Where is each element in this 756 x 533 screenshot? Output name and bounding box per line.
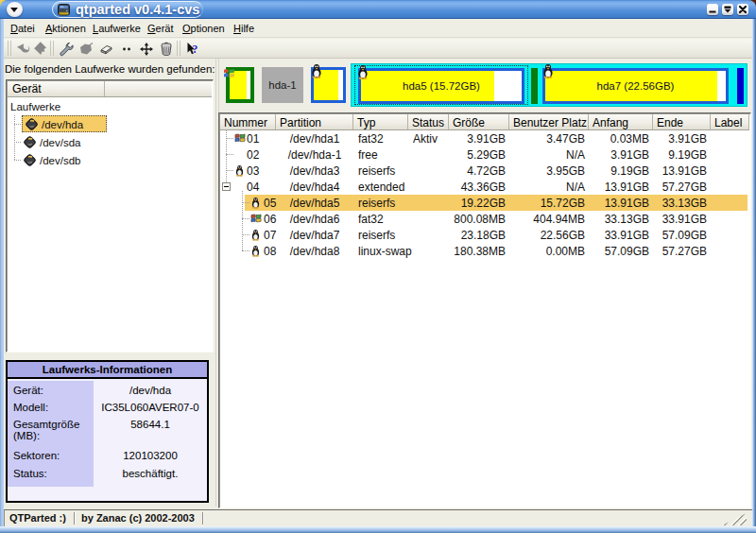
info-label: Modell: [8,400,94,413]
table-row-cells: 01 /dev/hda1 fat32 Aktiv 3.91GB 3.47GB 0… [220,130,749,146]
col-groesse[interactable]: Größe [449,114,509,129]
tree-item-content: Laufwerke [8,97,60,115]
table-row[interactable]: 04 /dev/hda4 extended 43.36GB N/A 13.91G… [220,179,749,195]
whats-this-button[interactable]: ? [183,40,201,58]
table-row[interactable]: 06 /dev/hda6 fat32 800.08MB 404.94MB 33.… [220,211,749,227]
col-benutzer-platz[interactable]: Benutzer Platz [509,114,589,129]
free-space-strip [247,71,250,99]
title-pill: qtparted v0.4.1-cvs [52,1,203,18]
partition-box-free[interactable]: hda-1 [262,67,303,103]
col-ende[interactable]: Ende [653,114,711,129]
close-icon [737,4,748,15]
menu-laufwerke[interactable]: Laufwerke [93,23,141,34]
cell-ende: 13.91GB [653,163,711,179]
table-row[interactable]: 03 /dev/hda3 reiserfs 4.72GB 3.95GB 9.19… [220,163,749,179]
cell-benutzer: 22.56GB [509,227,589,243]
col-nummer[interactable]: Nummer [220,114,276,129]
info-label: Gesamtgröße (MB): [8,417,94,441]
menu-hilfe[interactable]: Hilfe [233,23,254,34]
table-row[interactable]: 07 /dev/hda7 reiserfs 23.18GB 22.56GB 33… [220,227,749,243]
menu-datei[interactable]: Datei [10,23,35,34]
partition-label: hda7 (22.56GB) [545,80,726,92]
maximize-button[interactable] [722,4,733,15]
partition-box-hda7[interactable]: hda7 (22.56GB) [542,68,729,104]
cell-groesse: 4.72GB [449,163,509,179]
tux-icon [310,63,323,78]
table-tree-branch-line [226,138,233,139]
cell-benutzer: 3.95GB [509,163,589,179]
partition-label: hda-1 [268,79,296,91]
move-button[interactable] [137,40,155,58]
tux-icon [250,197,261,209]
property-button[interactable] [57,40,75,58]
cell-status [408,163,449,179]
cell-nummer: 07 [264,229,276,242]
cell-typ: reiserfs [353,163,408,179]
col-partition[interactable]: Partition [276,114,353,129]
info-value: 120103200 [94,448,207,461]
menu-label-rest: erät [156,23,174,34]
resize-button[interactable] [117,40,135,58]
cell-partition: /dev/hda1 [276,130,353,146]
col-anfang[interactable]: Anfang [589,114,653,129]
table-row-cells: 04 /dev/hda4 extended 43.36GB N/A 13.91G… [220,179,749,195]
cell-status [408,146,449,163]
toolbar-handle-3[interactable] [177,41,180,56]
tree-item-dev-hda[interactable]: /dev/hda [22,115,211,133]
drive-info-panel: Laufwerks-Informationen Gerät:/dev/hda M… [6,360,209,503]
toolbar-handle[interactable] [8,41,11,56]
col-typ[interactable]: Typ [353,114,408,129]
cell-label [711,163,749,179]
toolbar-handle-2[interactable] [50,41,54,56]
cell-ende: 57.09GB [653,227,711,243]
cell-status [408,211,449,227]
partition-box-hda8[interactable] [737,68,744,104]
table-row[interactable]: 01 /dev/hda1 fat32 Aktiv 3.91GB 3.47GB 0… [220,130,749,146]
trash-button[interactable] [157,40,175,58]
device-treeview: Gerät Laufwerke [6,79,214,352]
titlebar[interactable]: qtparted v0.4.1-cvs [0,0,756,19]
cell-ende: 33.13GB [653,195,711,211]
window-border-right [752,19,756,526]
menu-optionen[interactable]: Optionen [182,23,225,34]
close-button[interactable] [737,4,748,15]
menu-label-rest: aufwerke [98,23,141,34]
device-tree-header-geraet[interactable]: Gerät [8,81,105,96]
table-tree-branch-line [242,250,249,251]
cell-nummer: 04 [247,181,259,194]
table-row[interactable]: 02 /dev/hda-1 free 5.29GB N/A 3.91GB 9.1… [220,146,749,163]
qtparted-window: qtparted v0.4.1-cvs Datei Aktionen Laufw… [0,0,756,533]
menu-geraet[interactable]: Gerät [147,23,174,34]
cell-nummer: 01 [247,132,259,146]
minimize-button[interactable] [707,4,718,15]
cell-ende: 57.27GB [653,243,711,259]
eraser-icon [97,41,114,58]
cell-typ: reiserfs [353,195,408,211]
window-menu-button[interactable] [7,2,23,17]
table-row-cells: 05 /dev/hda5 reiserfs 19.22GB 15.72GB 13… [220,195,749,211]
cell-partition: /dev/hda3 [276,163,353,179]
delete-button[interactable] [96,40,114,58]
size-grip[interactable] [722,513,747,525]
col-label[interactable]: Label [711,114,749,129]
info-row-sektoren: Sektoren:120103200 [8,448,207,461]
commit-button[interactable] [31,40,49,58]
table-row-cells: 08 /dev/hda8 linux-swap 180.38MB 0.00MB … [220,243,749,259]
cell-ende: 57.27GB [653,179,711,195]
cell-typ: fat32 [353,211,408,227]
col-status[interactable]: Status [408,114,449,129]
tux-icon [356,64,369,79]
partition-box-hda6[interactable] [531,68,538,104]
menu-aktionen[interactable]: Aktionen [45,23,86,34]
table-row[interactable]: 08 /dev/hda8 linux-swap 180.38MB 0.00MB … [220,243,749,259]
table-row[interactable]: 05 /dev/hda5 reiserfs 19.22GB 15.72GB 13… [220,195,749,211]
cell-label [711,211,749,227]
cell-anfang: 9.19GB [589,163,653,179]
cell-anfang: 13.91GB [589,179,653,195]
create-button[interactable] [77,40,94,58]
cell-label [711,130,749,146]
whats-this-icon: ? [184,41,201,58]
tree-expander-minus[interactable] [222,182,231,191]
partition-box-hda5[interactable]: hda5 (15.72GB) [358,68,524,104]
cell-typ: fat32 [353,130,408,146]
